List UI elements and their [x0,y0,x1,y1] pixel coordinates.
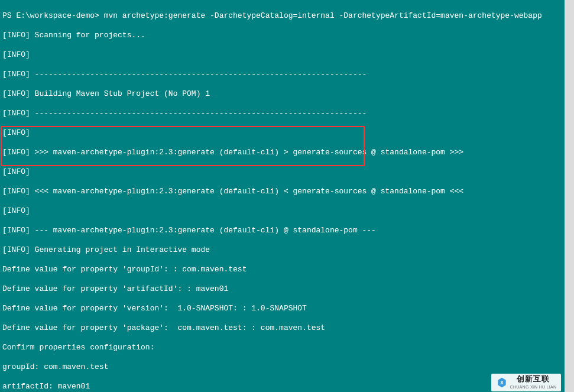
output-line: Define value for property 'artifactId': … [2,284,572,294]
output-line: [INFO] [2,128,572,138]
svg-text:X: X [500,380,504,385]
logo-icon: X [496,377,508,388]
output-line: artifactId: maven01 [2,382,572,392]
logo-text-cn: 创新互联 [517,374,550,383]
output-line: [INFO] --- maven-archetype-plugin:2.3:ge… [2,226,572,236]
output-line: [INFO] ---------------------------------… [2,109,572,119]
logo-text: 创新互联 CHUANG XIN HU LIAN [510,375,557,390]
output-line: [INFO] >>> maven-archetype-plugin:2.3:ge… [2,148,572,158]
output-line: [INFO] [2,50,572,60]
output-line: [INFO] <<< maven-archetype-plugin:2.3:ge… [2,187,572,197]
output-line: [INFO] Building Maven Stub Project (No P… [2,89,572,99]
output-line: Confirm properties configuration: [2,343,572,353]
logo-text-en: CHUANG XIN HU LIAN [510,385,557,389]
watermark-logo: X 创新互联 CHUANG XIN HU LIAN [491,374,561,391]
output-line: [INFO] ---------------------------------… [2,70,572,80]
output-line: [INFO] [2,167,572,177]
output-line: Define value for property 'package': com… [2,323,572,333]
prompt-line-command: PS E:\workspace-demo> mvn archetype:gene… [2,11,572,21]
vertical-scrollbar[interactable] [565,0,574,392]
output-line: [INFO] [2,206,572,216]
output-line: Define value for property 'version': 1.0… [2,304,572,314]
output-line: [INFO] Scanning for projects... [2,31,572,41]
output-line: [INFO] Generating project in Interactive… [2,245,572,255]
terminal-output[interactable]: PS E:\workspace-demo> mvn archetype:gene… [0,0,574,392]
scrollbar-track [565,0,574,392]
output-line: Define value for property 'groupId': : c… [2,265,572,275]
output-line: groupId: com.maven.test [2,362,572,372]
